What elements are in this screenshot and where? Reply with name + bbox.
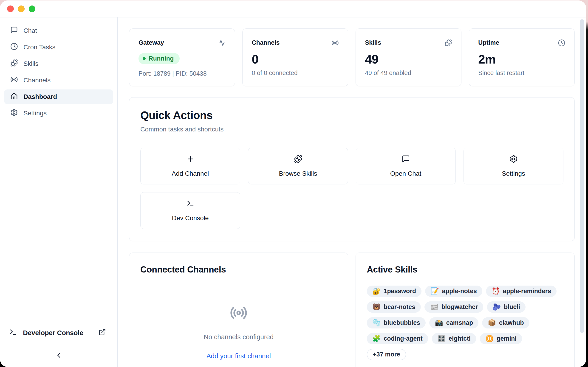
quick-actions-subtitle: Common tasks and shortcuts: [140, 126, 563, 133]
skill-badge-clawhub: 📦 clawhub: [482, 317, 529, 328]
skill-badge-apple-notes: 📝 apple-notes: [425, 286, 482, 297]
titlebar: [0, 0, 586, 17]
sidebar-item-dashboard[interactable]: Dashboard: [4, 90, 113, 104]
skill-emoji-icon: 📸: [435, 319, 443, 326]
clock-icon: [558, 39, 565, 48]
stat-card-uptime: Uptime 2m Since last restart: [469, 28, 575, 86]
puzzle-icon: [294, 155, 302, 165]
stat-detail: Since last restart: [478, 69, 565, 77]
skill-emoji-icon: 🐻: [372, 304, 380, 310]
skill-emoji-icon: 📝: [431, 288, 439, 294]
skill-badge-1password: 🔐 1password: [367, 286, 422, 297]
developer-console-button[interactable]: Developer Console: [9, 328, 106, 338]
close-window-button[interactable]: [7, 6, 14, 12]
settings-icon: [510, 155, 518, 165]
sidebar-item-settings[interactable]: Settings: [4, 106, 113, 121]
skill-badge-apple-reminders: ⏰ apple-reminders: [486, 286, 556, 297]
chevron-left-icon: [55, 351, 63, 360]
sidebar-item-channels[interactable]: Channels: [4, 73, 113, 88]
quick-actions-panel: Quick Actions Common tasks and shortcuts…: [129, 97, 575, 241]
stat-title: Channels: [252, 39, 280, 46]
settings-button[interactable]: Settings: [464, 148, 563, 184]
home-icon: [10, 92, 18, 101]
add-channel-button[interactable]: Add Channel: [140, 148, 240, 184]
sidebar-item-skills[interactable]: Skills: [4, 56, 113, 71]
dev-console-button[interactable]: Dev Console: [140, 192, 240, 229]
stat-title: Uptime: [478, 39, 499, 46]
skill-badge-blogwatcher: 📰 blogwatcher: [424, 301, 483, 313]
radio-icon: [10, 76, 18, 85]
radio-icon: [331, 39, 339, 48]
zoom-window-button[interactable]: [29, 6, 35, 12]
skill-badge-gemini: ♊️ gemini: [480, 333, 522, 344]
connected-channels-card: Connected Channels No channels configure…: [129, 252, 348, 367]
browse-skills-button[interactable]: Browse Skills: [248, 148, 348, 184]
stat-detail: Port: 18789 | PID: 50438: [138, 70, 225, 77]
skill-badge-eightctl: 🎛️ eightctl: [432, 333, 476, 344]
skill-emoji-icon: ⏰: [492, 288, 500, 294]
stat-detail: 0 of 0 connected: [252, 69, 339, 77]
message-square-icon: [10, 26, 18, 35]
status-badge: Running: [138, 53, 180, 64]
stat-value: 0: [252, 52, 339, 66]
skill-emoji-icon: 📰: [430, 304, 438, 310]
scrollbar-thumb[interactable]: [580, 19, 584, 333]
skill-badge-coding-agent: 🧩 coding-agent: [367, 333, 428, 344]
settings-icon: [10, 109, 18, 118]
skill-badge-camsnap: 📸 camsnap: [429, 317, 478, 328]
sidebar-item-chat[interactable]: Chat: [4, 23, 113, 38]
minimize-window-button[interactable]: [18, 6, 25, 12]
puzzle-icon: [445, 39, 452, 48]
stat-detail: 49 of 49 enabled: [365, 69, 452, 77]
skill-emoji-icon: ♊️: [485, 335, 493, 342]
clock-icon: [10, 43, 18, 52]
activity-icon: [218, 39, 225, 48]
open-chat-button[interactable]: Open Chat: [356, 148, 456, 184]
active-skills-card: Active Skills 🔐 1password 📝 apple-notes …: [355, 252, 575, 367]
skill-badge-blucli: 🫐 blucli: [487, 301, 526, 313]
traffic-lights: [7, 6, 35, 12]
external-link-icon: [99, 328, 106, 337]
stat-title: Gateway: [138, 39, 164, 46]
bottom-row: Connected Channels No channels configure…: [129, 252, 575, 367]
stat-title: Skills: [365, 39, 381, 46]
plus-icon: [186, 155, 195, 165]
sidebar: Chat Cron Tasks Skills Channels Dashboar…: [0, 17, 118, 367]
add-first-channel-link[interactable]: Add your first channel: [207, 352, 271, 360]
radio-icon: [230, 304, 248, 323]
terminal-icon: [186, 199, 195, 209]
sidebar-nav: Chat Cron Tasks Skills Channels Dashboar…: [0, 23, 117, 121]
puzzle-icon: [10, 59, 18, 68]
message-square-icon: [402, 155, 410, 165]
stats-row: Gateway Running Port: 18789 | PID: 50438…: [129, 28, 575, 86]
stat-card-gateway: Gateway Running Port: 18789 | PID: 50438: [129, 28, 235, 86]
main-content: Gateway Running Port: 18789 | PID: 50438…: [118, 17, 586, 367]
connected-channels-title: Connected Channels: [140, 265, 337, 275]
skill-emoji-icon: 🫐: [493, 304, 501, 310]
skill-emoji-icon: 🔐: [372, 288, 380, 294]
quick-actions-grid: Add Channel Browse Skills Open Chat Sett…: [140, 148, 563, 229]
app-window: Chat Cron Tasks Skills Channels Dashboar…: [0, 0, 586, 367]
channels-empty-state: No channels configured Add your first ch…: [140, 304, 337, 360]
sidebar-item-cron-tasks[interactable]: Cron Tasks: [4, 40, 113, 55]
skill-badge-bluebubbles: 🫧 bluebubbles: [367, 317, 426, 328]
more-skills-badge[interactable]: +37 more: [367, 349, 406, 360]
app-body: Chat Cron Tasks Skills Channels Dashboar…: [0, 17, 586, 367]
skills-list: 🔐 1password 📝 apple-notes ⏰ apple-remind…: [367, 286, 563, 360]
channels-empty-text: No channels configured: [204, 333, 274, 341]
stat-card-skills: Skills 49 49 of 49 enabled: [355, 28, 461, 86]
stat-value: 49: [365, 52, 452, 66]
skill-emoji-icon: 📦: [488, 319, 496, 326]
skill-emoji-icon: 🫧: [372, 319, 380, 326]
status-dot: [143, 57, 146, 60]
collapse-sidebar-button[interactable]: [54, 351, 64, 361]
skill-badge-bear-notes: 🐻 bear-notes: [367, 301, 421, 313]
developer-console-label: Developer Console: [23, 329, 83, 337]
terminal-icon: [9, 328, 17, 338]
stat-value: 2m: [478, 52, 565, 66]
skill-emoji-icon: 🎛️: [437, 335, 446, 342]
active-skills-title: Active Skills: [367, 265, 563, 275]
quick-actions-title: Quick Actions: [140, 109, 563, 122]
skill-emoji-icon: 🧩: [372, 335, 380, 342]
stat-card-channels: Channels 0 0 of 0 connected: [242, 28, 348, 86]
